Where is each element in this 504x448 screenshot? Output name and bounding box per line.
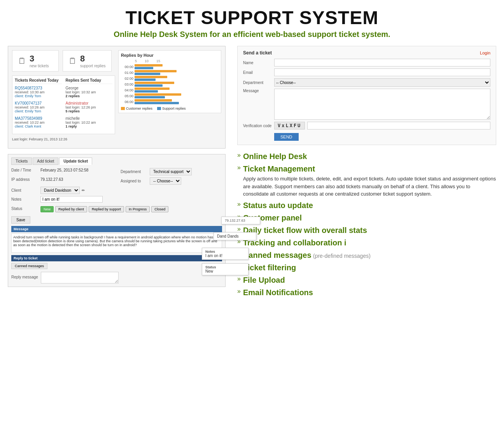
list-item: MA3775834989 received: 10:22 am client: … [15,116,62,128]
department-row: Department -- Choose-- [243,78,490,87]
update-ticket-box: Tickets Add ticket Update ticket Date / … [8,154,226,287]
new-tickets-number: 3 [30,54,34,63]
bar-container [135,70,177,75]
ticket-client: client: Emily Torn [15,109,62,113]
main-layout: 🗒 3 new tickets 🗒 8 support replies [0,42,504,304]
ticket-id[interactable]: MA3775834989 [15,116,62,121]
page-header: TICKET SUPPORT SYSTEM Online Help Desk S… [0,0,504,42]
support-bar [135,90,158,93]
list-item: George last login: 10:32 am 2 replies [66,86,113,98]
captcha-input[interactable] [307,122,490,130]
edit-client-icon[interactable]: ✏ [82,188,85,192]
canned-messages-button[interactable]: Canned messages [11,263,47,269]
chart-bar-row: 04:00 [121,88,219,93]
rep-login: last login: 10:32 am [66,90,113,94]
ticket-meta: received: 10:26 am [15,105,62,109]
client-overlay-bubble: Dand Dands [214,232,256,240]
form-row-datetime: Date / Time February 25, 2013 07:52:58 D… [11,168,222,175]
legend-orange [121,107,125,110]
notes-input[interactable] [40,196,103,203]
feature-desc-1: Apply actions to multiple tickets, delet… [243,175,496,198]
tab-update-ticket[interactable]: Update ticket [59,158,92,165]
feature-email-notifications: » Email Notifications [237,287,496,298]
ticket-icon: 🗒 [18,56,26,66]
features-list: » Online Help Desk » Ticket Management A… [237,151,496,298]
ticket-meta: received: 10:22 am [15,121,62,124]
feature-canned-messages: » Canned messages (pre-defined messages) [237,250,496,260]
feature-label-4: Daily ticket flow with overall stats [243,226,367,234]
replies-sent-title: Replies Sent Today [66,78,113,84]
login-link[interactable]: Login [480,51,490,55]
status-buttons: New Replied by client Replied by support… [40,206,168,212]
canned-messages-row: Canned messages [11,263,222,269]
client-select[interactable]: David Davidson [40,187,80,194]
arrow-icon-1: » [237,164,241,171]
ticket-id[interactable]: RQ5540872373 [15,86,62,90]
department-select[interactable]: Technical support [150,168,192,175]
customer-bar [135,93,181,96]
department-select-form[interactable]: -- Choose-- [274,78,490,87]
reply-header: Reply to ticket [11,255,222,261]
list-item: Administrator last login: 12:26 pm 5 rep… [66,101,113,113]
rep-name: George [66,86,113,90]
tab-add-ticket[interactable]: Add ticket [33,158,58,165]
status-replied-client[interactable]: Replied by client [55,206,87,212]
chart-bar-row: 00:00 [121,64,219,69]
message-textarea-form[interactable] [274,89,490,120]
feature-label-0: Online Help Desk [243,152,307,161]
feature-label-8: File Upload [243,276,285,284]
send-button[interactable]: SEND [274,133,299,141]
reply-textarea[interactable] [41,272,119,284]
name-input[interactable] [274,59,490,66]
dashboard-box: 🗒 3 new tickets 🗒 8 support replies [8,46,226,149]
bar-container [135,64,163,69]
support-replies-stat: 🗒 8 support replies [63,50,112,72]
ip-value: 79.132.27.63 [40,177,63,182]
support-replies-label: support replies [80,64,106,68]
support-bar [135,102,179,104]
feature-label-7: Ticket filtering [243,263,296,272]
form-row-status: Status New Replied by client Replied by … [11,205,222,212]
feature-daily-ticket: » Daily ticket flow with overall stats [237,225,496,235]
bar-label: 06:00 [121,100,133,104]
chart-bar-row: 01:00 [121,70,219,75]
legend-blue [157,107,161,110]
ticket-id[interactable]: KV7000747137 [15,101,62,105]
ticket-client: client: Clark Kent [15,124,62,128]
department-label: Department [121,170,148,174]
assigned-label: Assigned to [121,179,148,183]
email-input[interactable] [274,68,490,76]
replies-icon: 🗒 [68,56,77,66]
feature-label-2: Status auto update [243,201,313,210]
arrow-icon-4: » [237,226,241,233]
bar-container [135,93,181,98]
save-button[interactable]: Save [11,216,30,224]
chart-bar-row: 06:00 [121,99,219,104]
support-replies-number: 8 [80,54,85,63]
rep-name: michelle [66,116,113,121]
customer-bar [135,70,177,72]
feature-label-9: Email Notifications [243,288,313,297]
bar-label: 03:00 [121,82,133,86]
status-label: Status [11,206,38,211]
last-login-info: Last login: February 21, 2013 12:26 [12,137,115,141]
reply-message-row: Reply message [11,271,222,284]
list-item: michelle last login: 10:22 am 1 reply [66,116,113,128]
name-label: Name [243,61,274,65]
status-in-progress[interactable]: In Progress [126,206,150,212]
email-row: Email [243,68,490,76]
status-closed[interactable]: Closed [151,206,168,212]
feature-label-1: Ticket Management [243,164,315,173]
feature-ticket-filtering: » Ticket filtering [237,262,496,273]
tab-tickets[interactable]: Tickets [11,158,32,165]
bar-container [135,76,167,81]
assigned-select[interactable]: -- Choose-- [150,177,181,185]
rep-login: last login: 12:26 pm [66,105,113,109]
bar-label: 04:00 [121,88,133,92]
form-row-ip: IP address 79.132.27.63 Assigned to -- C… [11,177,222,185]
status-new[interactable]: New [40,206,54,212]
department-label-form: Department [243,80,274,85]
left-column: 🗒 3 new tickets 🗒 8 support replies [8,46,226,300]
name-row: Name [243,59,490,66]
status-replied-support[interactable]: Replied by support [89,206,124,212]
